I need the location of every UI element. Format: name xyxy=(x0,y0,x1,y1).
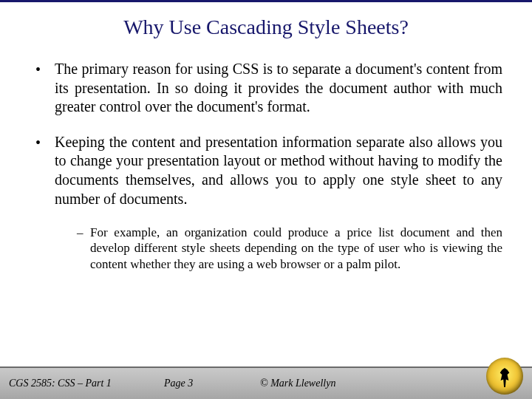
bullet-item: • Keeping the content and presentation i… xyxy=(35,133,502,208)
slide-body: • The primary reason for using CSS is to… xyxy=(0,60,532,272)
footer-course: CGS 2585: CSS – Part 1 xyxy=(9,378,164,389)
footer-page: Page 3 xyxy=(164,378,260,389)
sub-bullet-text: For example, an organization could produ… xyxy=(90,225,502,272)
slide-title: Why Use Cascading Style Sheets? xyxy=(0,16,532,39)
footer-copyright: © Mark Llewellyn xyxy=(260,378,523,389)
top-accent-line xyxy=(0,0,532,2)
bullet-item: • The primary reason for using CSS is to… xyxy=(35,60,502,117)
bullet-text: Keeping the content and presentation inf… xyxy=(55,133,502,208)
bullet-text: The primary reason for using CSS is to s… xyxy=(55,60,502,117)
slide-footer: CGS 2585: CSS – Part 1 Page 3 © Mark Lle… xyxy=(0,366,532,399)
sub-bullet-item: – For example, an organization could pro… xyxy=(77,225,502,272)
sub-bullet-marker: – xyxy=(77,225,90,272)
ucf-pegasus-logo-icon xyxy=(486,358,523,395)
bullet-marker: • xyxy=(35,133,55,208)
bullet-marker: • xyxy=(35,60,55,117)
